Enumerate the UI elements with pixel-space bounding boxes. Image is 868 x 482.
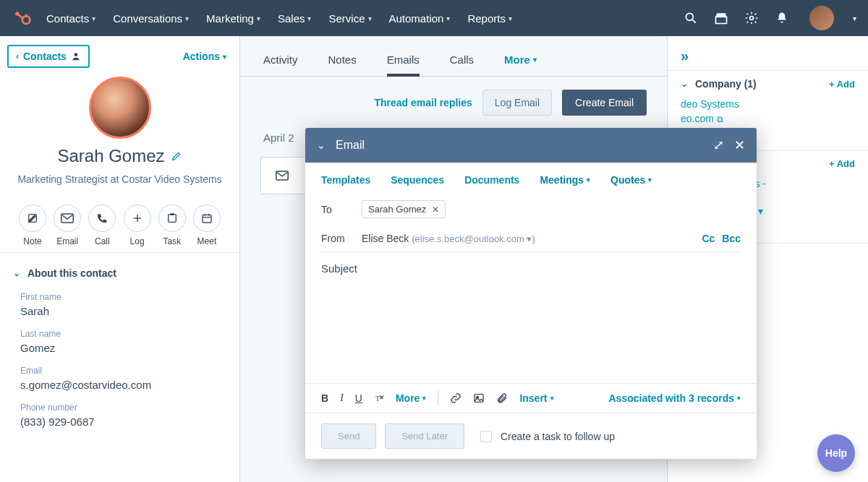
notifications-icon[interactable] [775,11,789,25]
cc-link[interactable]: Cc [702,233,715,244]
thread-replies-link[interactable]: Thread email replies [374,97,472,108]
send-bar: Send Send Later Create a task to follow … [305,413,757,459]
back-to-contacts[interactable]: ‹ Contacts [7,45,90,68]
company-name-link[interactable]: deo Systems [681,98,855,110]
sequences-link[interactable]: Sequences [391,174,444,186]
chevron-down-icon: ▾ [533,56,537,64]
chevron-down-icon: ▾ [737,395,741,402]
nav-automation[interactable]: Automation▾ [389,12,451,25]
field-first-name[interactable]: First name Sarah [0,289,239,326]
templates-link[interactable]: Templates [321,174,370,186]
tab-emails[interactable]: Emails [387,53,420,76]
svg-rect-6 [716,17,727,23]
recipient-chip[interactable]: Sarah Gomez ✕ [362,200,446,218]
help-button[interactable]: Help [817,434,855,472]
expand-sidebar-icon[interactable]: » [668,36,868,70]
call-button[interactable]: Call [88,205,116,246]
quotes-dropdown[interactable]: Quotes▾ [610,174,652,186]
chevron-down-icon: ▾ [509,14,512,22]
nav-contacts[interactable]: Contacts▾ [46,12,95,25]
contact-avatar[interactable] [89,77,151,139]
nav-sales[interactable]: Sales▾ [278,12,312,25]
tab-more[interactable]: More▾ [504,53,537,76]
documents-link[interactable]: Documents [464,174,519,186]
hubspot-logo[interactable] [12,8,32,28]
underline-button[interactable]: U [355,392,362,404]
contact-subtitle: Marketing Strategist at Costar Video Sys… [14,172,225,187]
top-nav: Contacts▾ Conversations▾ Marketing▾ Sale… [0,0,868,36]
chevron-down-icon: ▾ [307,14,311,22]
image-button[interactable] [473,392,485,404]
from-row[interactable]: From Elise Beck (elise.s.beck@outlook.co… [305,225,757,251]
pencil-icon[interactable] [171,150,182,162]
tab-calls[interactable]: Calls [450,53,474,76]
subject-row[interactable]: Subject [305,252,757,282]
about-section-toggle[interactable]: ⌄ About this contact [0,252,239,289]
remove-chip-icon[interactable]: ✕ [432,205,439,215]
email-button[interactable]: Email [54,205,81,246]
to-row[interactable]: To Sarah Gomez ✕ [305,193,757,225]
from-email-dropdown[interactable]: (elise.s.beck@outlook.com ▾) [412,233,535,244]
italic-button[interactable]: I [340,392,344,404]
actions-dropdown[interactable]: Actions▾ [183,51,226,62]
link-button[interactable] [450,392,461,404]
log-button[interactable]: Log [124,205,151,246]
company-panel-toggle[interactable]: ⌄ Company (1) [681,78,757,90]
search-icon[interactable] [684,11,698,25]
svg-point-7 [750,17,754,20]
send-later-button[interactable]: Send Later [385,423,464,449]
add-company-link[interactable]: + Add [829,79,855,90]
marketplace-icon[interactable] [714,11,728,25]
user-avatar[interactable] [809,6,834,30]
record-tabs: Activity Notes Emails Calls More▾ [240,36,667,77]
field-last-name[interactable]: Last name Gomez [0,326,239,363]
contact-sidebar: ‹ Contacts Actions▾ Sarah Gomez Marketin… [0,36,240,482]
add-deal-link[interactable]: + Add [829,158,855,169]
composer-header[interactable]: ⌄ Email ⤢ ✕ [305,128,757,163]
tab-notes[interactable]: Notes [328,53,357,76]
tab-activity[interactable]: Activity [263,53,298,76]
create-task-checkbox[interactable] [480,431,492,442]
external-link-icon: ⧉ [717,114,723,124]
note-icon [27,212,38,224]
chevron-down-icon: ▾ [648,176,652,184]
field-phone[interactable]: Phone number (833) 929-0687 [0,400,239,436]
field-email[interactable]: Email s.gomez@costarvideo.com [0,363,239,400]
meet-button[interactable]: Meet [193,205,221,246]
bcc-link[interactable]: Bcc [722,233,741,244]
attachment-button[interactable] [496,392,508,404]
task-button[interactable]: Task [158,205,186,246]
nav-reports[interactable]: Reports▾ [467,12,512,25]
nav-conversations[interactable]: Conversations▾ [113,12,189,25]
chevron-left-icon: ‹ [16,51,19,61]
close-icon[interactable]: ✕ [734,137,745,153]
expand-icon[interactable]: ⤢ [713,137,724,153]
more-format-dropdown[interactable]: More▾ [396,392,426,404]
chevron-down-icon: ⌄ [681,79,688,89]
email-body-editor[interactable] [305,282,757,383]
person-icon [71,51,81,61]
log-email-button[interactable]: Log Email [482,90,552,116]
chevron-down-icon: ▾ [92,14,95,22]
insert-dropdown[interactable]: Insert▾ [519,392,553,404]
create-task-label: Create a task to follow up [501,431,615,442]
company-domain-link[interactable]: eo.com⧉ [681,113,855,124]
meetings-dropdown[interactable]: Meetings▾ [540,174,590,186]
svg-rect-13 [168,215,176,223]
nav-marketing[interactable]: Marketing▾ [206,12,260,25]
chevron-down-icon[interactable]: ⌄ [317,139,326,151]
svg-point-8 [75,53,78,56]
envelope-icon [61,213,74,223]
nav-menu: Contacts▾ Conversations▾ Marketing▾ Sale… [46,12,684,25]
chevron-down-icon: ▾ [550,395,554,402]
note-button[interactable]: Note [19,205,46,246]
create-email-button[interactable]: Create Email [562,90,647,116]
associated-records-dropdown[interactable]: Associated with 3 records▾ [608,392,741,404]
send-button[interactable]: Send [321,423,376,449]
settings-icon[interactable] [744,11,759,25]
svg-text:T: T [375,395,380,403]
bold-button[interactable]: B [321,392,328,404]
clear-format-button[interactable]: T [374,393,384,403]
from-name: Elise Beck [362,233,409,244]
nav-service[interactable]: Service▾ [328,12,371,25]
